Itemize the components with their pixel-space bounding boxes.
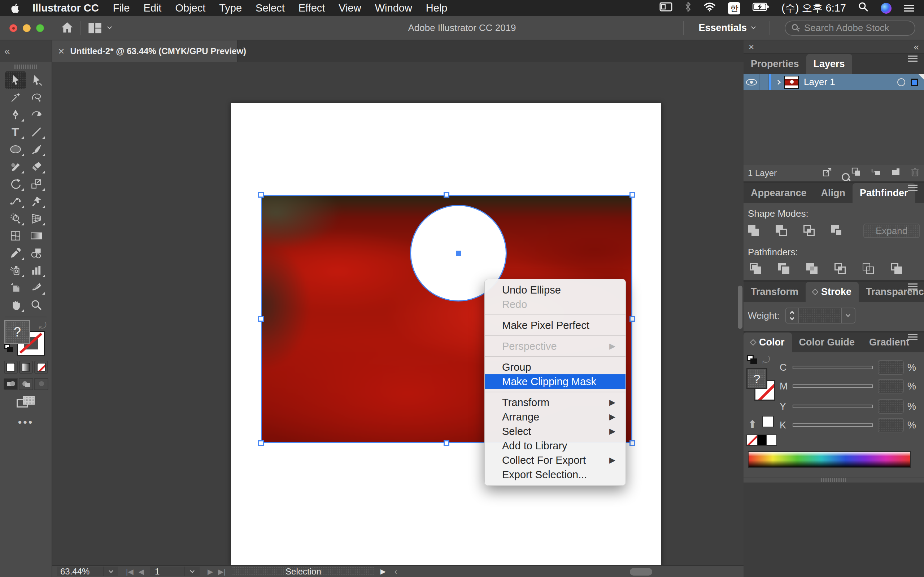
eraser-tool[interactable]: [26, 158, 47, 175]
crop-icon[interactable]: [835, 263, 846, 274]
menu-item-group[interactable]: Group: [485, 360, 625, 374]
status-options-arrow[interactable]: ▶: [380, 567, 386, 575]
panel-menu-icon[interactable]: [908, 334, 918, 335]
screen-mirroring-icon[interactable]: [659, 2, 672, 15]
swap-fill-stroke-icon[interactable]: ⤾: [39, 320, 47, 331]
delete-layer-icon[interactable]: [910, 167, 920, 179]
black-value-field[interactable]: [878, 418, 904, 432]
selection-handle-se[interactable]: [630, 440, 635, 446]
ellipse-tool[interactable]: [5, 141, 26, 158]
direct-selection-tool[interactable]: [26, 71, 47, 89]
line-segment-tool[interactable]: [26, 123, 47, 141]
shape-builder-tool[interactable]: [5, 210, 26, 227]
panel-menu-icon[interactable]: [908, 284, 918, 285]
zoom-level-dropdown[interactable]: [103, 567, 118, 576]
symbol-sprayer-tool[interactable]: [5, 262, 26, 279]
cyan-slider[interactable]: [793, 366, 873, 369]
panel-collapse-icon[interactable]: «: [914, 42, 919, 53]
arrange-documents-icon[interactable]: [88, 22, 111, 35]
home-icon[interactable]: [60, 21, 74, 35]
tab-properties[interactable]: Properties: [743, 54, 806, 74]
rotate-tool[interactable]: [5, 175, 26, 193]
close-window-button[interactable]: [10, 24, 17, 32]
unite-icon[interactable]: [748, 225, 759, 237]
last-color-swatch[interactable]: [762, 416, 774, 427]
puppet-warp-tool[interactable]: [26, 193, 47, 210]
layers-list-empty-area[interactable]: [743, 90, 924, 165]
spotlight-search-icon[interactable]: [858, 2, 868, 15]
ellipse-center-anchor[interactable]: [456, 251, 461, 256]
artboard-tool[interactable]: [5, 279, 26, 297]
draw-inside-mode[interactable]: [34, 378, 48, 390]
tab-pathfinder[interactable]: Pathfinder: [853, 183, 915, 203]
pen-tool[interactable]: [5, 106, 26, 123]
artboard-dropdown[interactable]: [184, 567, 200, 576]
siri-icon[interactable]: [881, 3, 892, 14]
last-artboard-button[interactable]: ▶|: [218, 567, 226, 576]
yellow-slider[interactable]: [793, 405, 873, 408]
previous-artboard-button[interactable]: ◀: [139, 567, 144, 576]
scroll-left-arrow[interactable]: ‹: [394, 567, 397, 577]
menu-bar-clock[interactable]: (수) 오후 6:17: [782, 1, 846, 16]
selection-handle-nw[interactable]: [258, 192, 264, 198]
zoom-window-button[interactable]: [36, 24, 44, 32]
draw-normal-mode[interactable]: [3, 378, 18, 390]
minimize-window-button[interactable]: [23, 24, 31, 32]
shift-color-icon[interactable]: ⬆: [748, 418, 757, 430]
eyedropper-tool[interactable]: [5, 245, 26, 262]
menu-item-select[interactable]: Select▶: [485, 424, 625, 438]
bluetooth-icon[interactable]: [685, 2, 691, 15]
edit-toolbar-button[interactable]: •••: [0, 416, 52, 429]
layer-row[interactable]: Layer 1: [743, 74, 924, 90]
weight-dropdown[interactable]: [842, 308, 855, 323]
swap-colors-icon[interactable]: ⤾: [762, 355, 770, 366]
menu-window[interactable]: Window: [368, 0, 419, 16]
close-document-icon[interactable]: ×: [58, 45, 65, 57]
toolbar-collapse-button[interactable]: «: [0, 40, 52, 62]
notification-center-icon[interactable]: [904, 3, 914, 14]
selection-handle-n[interactable]: [444, 192, 449, 198]
zoom-tool[interactable]: [26, 297, 47, 314]
menu-effect[interactable]: Effect: [292, 0, 332, 16]
menu-item-collect-for-export[interactable]: Collect For Export▶: [485, 453, 625, 467]
layer-name[interactable]: Layer 1: [804, 76, 835, 88]
menu-item-transform[interactable]: Transform▶: [485, 395, 625, 410]
layer-target-circle[interactable]: [897, 78, 905, 86]
tab-align[interactable]: Align: [814, 183, 853, 203]
width-tool[interactable]: [5, 193, 26, 210]
layer-lock-cell[interactable]: [760, 74, 769, 90]
menu-item-undo-ellipse[interactable]: Undo Ellipse: [485, 283, 625, 297]
horizontal-scrollbar-thumb[interactable]: [630, 568, 652, 575]
perspective-grid-tool[interactable]: [26, 210, 47, 227]
trim-icon[interactable]: [778, 263, 790, 274]
make-clipping-mask-icon[interactable]: [851, 167, 861, 179]
column-graph-tool[interactable]: [26, 262, 47, 279]
menu-view[interactable]: View: [332, 0, 368, 16]
weight-stepper[interactable]: [786, 308, 798, 323]
mini-fill-stroke-icon[interactable]: [747, 355, 758, 365]
gradient-tool[interactable]: [26, 227, 47, 245]
first-artboard-button[interactable]: |◀: [126, 567, 134, 576]
none-button[interactable]: [34, 361, 48, 374]
battery-icon[interactable]: [753, 2, 769, 14]
merge-icon[interactable]: [806, 263, 818, 274]
weight-value-field[interactable]: [798, 308, 842, 323]
blend-tool[interactable]: [26, 245, 47, 262]
slice-tool[interactable]: [26, 279, 47, 297]
menu-item-make-pixel-perfect[interactable]: Make Pixel Perfect: [485, 318, 625, 332]
fill-swatch[interactable]: ?: [4, 320, 30, 344]
menu-app-name[interactable]: Illustrator CC: [25, 0, 106, 16]
workspace-switcher[interactable]: Essentials: [698, 23, 755, 34]
paintbrush-tool[interactable]: [26, 141, 47, 158]
menu-item-arrange[interactable]: Arrange▶: [485, 410, 625, 424]
yellow-value-field[interactable]: [878, 399, 904, 414]
panel-resize-handle[interactable]: [743, 477, 924, 482]
black-swatch[interactable]: [757, 435, 767, 445]
screen-mode-button[interactable]: [0, 396, 52, 408]
tab-gradient[interactable]: Gradient: [862, 332, 916, 352]
black-slider[interactable]: [793, 423, 873, 427]
layer-expand-chevron[interactable]: [775, 79, 781, 84]
adobe-stock-search-input[interactable]: Search Adobe Stock: [785, 21, 915, 36]
magenta-slider[interactable]: [793, 384, 873, 388]
tab-appearance[interactable]: Appearance: [743, 183, 814, 203]
